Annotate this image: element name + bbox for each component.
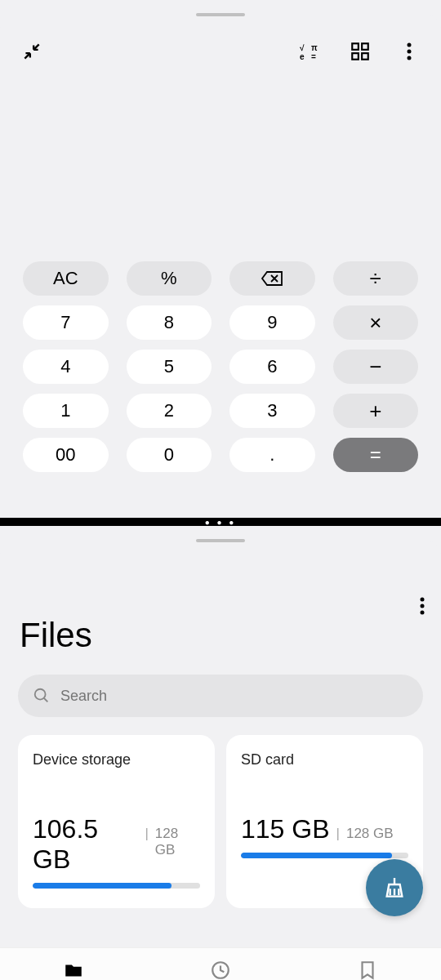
two-key[interactable]: 2: [127, 394, 212, 428]
storage-progress: [241, 853, 408, 858]
storage-progress: [33, 883, 200, 889]
calculator-keypad: AC % ÷ 7 8 9 × 4 5 6 − 1 2 3 + 00 0 . =: [0, 252, 441, 487]
svg-rect-6: [352, 53, 359, 60]
svg-rect-5: [362, 43, 368, 50]
folder-icon: [63, 960, 84, 981]
svg-rect-7: [362, 53, 368, 60]
svg-text:π: π: [311, 43, 318, 52]
ac-key[interactable]: AC: [23, 261, 109, 296]
six-key[interactable]: 6: [229, 350, 315, 384]
scientific-mode-icon[interactable]: √ π e =: [299, 39, 323, 64]
more-options-icon[interactable]: [420, 596, 425, 619]
multiply-key[interactable]: ×: [333, 305, 419, 340]
svg-point-13: [421, 611, 425, 615]
clock-icon: [210, 960, 231, 981]
svg-point-8: [408, 43, 412, 47]
svg-point-10: [408, 56, 412, 60]
one-key[interactable]: 1: [23, 394, 109, 428]
bookmark-icon: [357, 960, 378, 981]
svg-point-11: [421, 598, 425, 602]
eight-key[interactable]: 8: [127, 305, 212, 340]
seven-key[interactable]: 7: [23, 305, 109, 340]
svg-text:e: e: [300, 52, 305, 60]
storage-label: Device storage: [33, 751, 200, 768]
doublezero-key[interactable]: 00: [23, 438, 109, 472]
storage-label: SD card: [241, 751, 408, 768]
search-bar[interactable]: [18, 675, 423, 717]
storage-divider: |: [336, 826, 340, 842]
search-input[interactable]: [60, 688, 408, 705]
backspace-key[interactable]: [229, 261, 315, 296]
calculator-app: √ π e =: [0, 13, 441, 518]
bottom-nav: Files Recent Tag: [0, 947, 441, 980]
five-key[interactable]: 5: [127, 350, 212, 384]
page-title: Files: [0, 542, 441, 671]
collapse-icon[interactable]: [20, 39, 44, 64]
percent-key[interactable]: %: [127, 261, 212, 296]
three-key[interactable]: 3: [229, 394, 315, 428]
storage-usage: 115 GB | 128 GB: [241, 814, 408, 844]
nine-key[interactable]: 9: [229, 305, 315, 340]
minus-key[interactable]: −: [333, 350, 419, 384]
zero-key[interactable]: 0: [127, 438, 212, 472]
storage-used: 115 GB: [241, 814, 330, 844]
nav-recent[interactable]: Recent: [147, 948, 294, 980]
svg-text:√: √: [300, 43, 305, 52]
svg-point-9: [408, 50, 412, 54]
grid-icon[interactable]: [348, 39, 372, 64]
four-key[interactable]: 4: [23, 350, 109, 384]
equals-key[interactable]: =: [333, 438, 419, 472]
storage-total: 128 GB: [346, 826, 394, 842]
decimal-key[interactable]: .: [229, 438, 315, 472]
broom-icon: [381, 875, 408, 901]
files-app: Files Device storage 106.5 GB | 128 GB S…: [0, 539, 441, 980]
divider-dots-icon: ● ● ●: [205, 518, 237, 527]
nav-tag[interactable]: Tag: [294, 948, 441, 980]
divide-key[interactable]: ÷: [333, 261, 419, 296]
storage-used: 106.5 GB: [33, 814, 138, 875]
calculator-display: [0, 64, 441, 252]
storage-total: 128 GB: [155, 826, 200, 858]
search-icon: [33, 687, 51, 705]
calculator-toolbar: √ π e =: [0, 16, 441, 64]
plus-key[interactable]: +: [333, 394, 419, 428]
svg-point-12: [421, 604, 425, 608]
split-divider[interactable]: ● ● ●: [0, 518, 441, 526]
storage-usage: 106.5 GB | 128 GB: [33, 814, 200, 875]
svg-text:=: =: [311, 52, 316, 60]
nav-files[interactable]: Files: [0, 948, 147, 980]
device-storage-card[interactable]: Device storage 106.5 GB | 128 GB: [18, 735, 215, 908]
svg-point-14: [35, 689, 46, 700]
more-options-icon[interactable]: [397, 39, 421, 64]
svg-rect-4: [352, 43, 359, 50]
progress-fill: [241, 853, 392, 858]
progress-fill: [33, 883, 172, 889]
storage-divider: |: [145, 826, 148, 842]
clean-fab[interactable]: [366, 859, 423, 916]
